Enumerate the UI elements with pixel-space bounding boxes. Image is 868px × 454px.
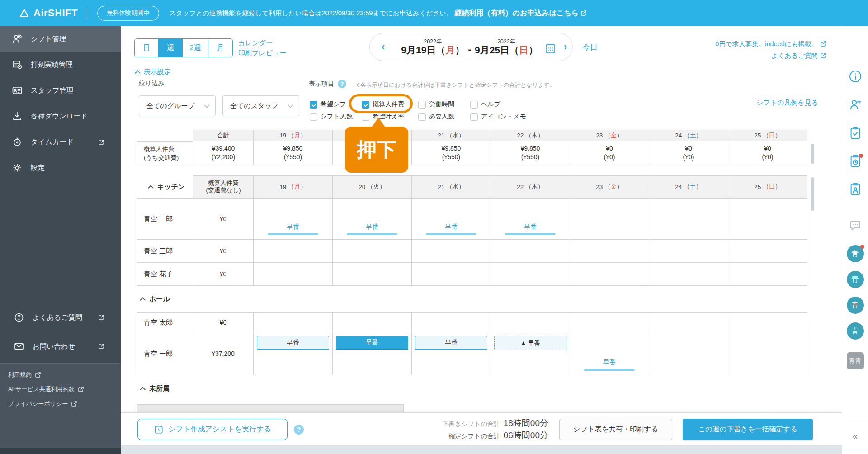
staff-avatar[interactable]: 青 — [847, 245, 864, 262]
prev-week-button[interactable]: ‹ — [377, 41, 389, 53]
shift-chip-request[interactable]: 早番 — [268, 223, 318, 235]
shift-chip-draft[interactable]: 早番 — [415, 336, 487, 350]
display-settings-toggle[interactable]: 表示設定 — [136, 68, 171, 76]
shift-chip-request[interactable]: 早番 — [347, 223, 397, 235]
shift-cell-青空 太郎-25[interactable] — [728, 312, 807, 332]
calendar-link[interactable]: カレンダー — [238, 38, 286, 48]
shift-cell-青空 太郎-19[interactable] — [254, 312, 333, 332]
display-item-checkbox-アイコン・メモ[interactable]: アイコン・メモ — [470, 113, 526, 121]
display-item-checkbox-必要人数[interactable]: 必要人数 — [418, 113, 470, 121]
airshift-logo[interactable]: AirSHIFT — [19, 7, 78, 19]
legal-link-3[interactable]: プライバシーポリシー — [8, 400, 121, 408]
shift-cell-青空 花子-20[interactable] — [333, 263, 412, 286]
view-tab-3[interactable]: 2週 — [183, 39, 208, 57]
shift-cell-青空 花子-21[interactable] — [412, 263, 491, 286]
shift-chip-request[interactable]: 早番 — [584, 359, 634, 371]
legal-link-1[interactable]: 利用規約 — [8, 371, 121, 379]
clipboard-clock-icon[interactable] — [849, 154, 862, 168]
display-item-checkbox-希望シフト[interactable]: 希望シフト — [310, 100, 362, 109]
shift-cell-青空 三郎-19[interactable] — [254, 240, 333, 263]
display-item-checkbox-シフト人数[interactable]: シフト人数 — [310, 113, 362, 121]
shift-cell-青空 三郎-25[interactable] — [728, 240, 807, 263]
staff-avatar[interactable]: 青 — [847, 322, 864, 340]
shift-cell-青空 一郎-19[interactable]: 早番 — [254, 332, 333, 375]
recruit-link[interactable]: 0円で求人募集。indeedにも掲載。 — [715, 38, 826, 50]
shift-cell-青空 二郎-23[interactable] — [570, 198, 649, 240]
shift-cell-青空 二郎-25[interactable] — [728, 198, 807, 240]
print-preview-link[interactable]: 印刷プレビュー — [238, 48, 286, 58]
shift-cell-青空 二郎-21[interactable]: 早番 — [412, 198, 491, 240]
scrollbar-thumb[interactable] — [811, 144, 814, 164]
shift-cell-青空 花子-19[interactable] — [254, 263, 333, 286]
sidebar-item-1[interactable]: シフト管理 — [0, 26, 121, 52]
shift-cell-青空 二郎-24[interactable] — [649, 198, 728, 240]
today-link[interactable]: 今日 — [582, 42, 598, 52]
staff-avatar[interactable]: 青 — [847, 271, 864, 288]
next-week-button[interactable]: › — [559, 41, 571, 53]
help-icon[interactable]: ? — [294, 425, 304, 435]
view-tab-2[interactable]: 週 — [159, 39, 183, 57]
shift-cell-青空 花子-24[interactable] — [649, 263, 728, 286]
shift-chip-confirmed[interactable]: 早番 — [336, 336, 408, 350]
legal-link-2[interactable]: Airサービス共通利用約款 — [8, 385, 121, 393]
display-item-checkbox-労働時間[interactable]: 労働時間 — [418, 100, 470, 109]
shift-cell-青空 一郎-24[interactable] — [649, 332, 728, 375]
shift-cell-青空 二郎-22[interactable]: 早番 — [491, 198, 570, 240]
shift-cell-青空 花子-25[interactable] — [728, 263, 807, 286]
calendar-picker-icon[interactable] — [544, 43, 557, 55]
shift-chip-draft[interactable]: 早番 — [257, 336, 329, 350]
shift-assist-button[interactable]: シフト作成アシストを実行する — [137, 419, 288, 440]
shift-chip-request[interactable]: 早番 — [505, 223, 555, 235]
shift-cell-青空 二郎-19[interactable]: 早番 — [254, 198, 333, 240]
clipboard-person-icon[interactable] — [849, 182, 862, 196]
group-filter-select[interactable]: 全てのグループ — [139, 95, 216, 116]
shift-cell-青空 花子-23[interactable] — [570, 263, 649, 286]
shift-cell-青空 太郎-22[interactable] — [491, 312, 570, 332]
shift-cell-青空 一郎-25[interactable] — [728, 332, 807, 375]
sidebar-item-5[interactable]: タイムカード — [0, 129, 121, 155]
view-tab-4[interactable]: 月 — [208, 39, 232, 57]
shift-cell-青空 三郎-24[interactable] — [649, 240, 728, 263]
shift-cell-青空 三郎-21[interactable] — [412, 240, 491, 263]
share-print-button[interactable]: シフト表を共有・印刷する — [559, 419, 672, 440]
display-item-checkbox-希望叶え率[interactable]: 希望叶え率 — [362, 113, 418, 121]
staff-avatar[interactable]: 青青 — [847, 352, 864, 369]
group-toggle-ホール[interactable]: ホール — [137, 286, 227, 312]
shift-cell-青空 太郎-23[interactable] — [570, 312, 649, 332]
shift-cell-青空 太郎-20[interactable] — [333, 312, 412, 332]
view-tab-1[interactable]: 日 — [135, 39, 159, 57]
sidebar-support-2[interactable]: お問い合わせ — [0, 335, 121, 358]
group-toggle-キッチン[interactable]: キッチン — [137, 175, 193, 198]
info-icon[interactable] — [848, 69, 863, 84]
shift-cell-青空 二郎-20[interactable]: 早番 — [333, 198, 412, 240]
confirm-week-drafts-button[interactable]: この週の下書きを一括確定する — [683, 419, 813, 440]
staff-filter-select[interactable]: 全てのスタッフ — [222, 95, 299, 116]
shift-cell-青空 太郎-21[interactable] — [412, 312, 491, 332]
person-add-icon[interactable] — [849, 98, 862, 111]
shift-cell-青空 花子-22[interactable] — [491, 263, 570, 286]
sidebar-support-1[interactable]: よくあるご質問 — [0, 306, 121, 329]
help-icon[interactable]: ? — [338, 80, 346, 88]
shift-legend-link[interactable]: シフトの凡例を見る — [756, 99, 818, 107]
shift-cell-青空 一郎-20[interactable]: 早番 — [333, 332, 412, 375]
shift-cell-青空 三郎-22[interactable] — [491, 240, 570, 263]
rail-collapse-button[interactable]: « — [853, 431, 858, 441]
shift-cell-青空 一郎-23[interactable]: 早番 — [570, 332, 649, 375]
staff-avatar[interactable]: 青 — [847, 297, 864, 314]
chat-bubble-icon[interactable] — [849, 218, 862, 232]
display-item-checkbox-ヘルプ[interactable]: ヘルプ — [470, 100, 500, 109]
sidebar-item-2[interactable]: 打刻実績管理 — [0, 52, 121, 78]
shift-cell-青空 三郎-23[interactable] — [570, 240, 649, 263]
shift-cell-青空 三郎-20[interactable] — [333, 240, 412, 263]
display-item-checkbox-概算人件費[interactable]: 概算人件費 — [362, 100, 418, 109]
shift-cell-青空 一郎-22[interactable]: ▲ 早番 — [491, 332, 570, 375]
sidebar-item-3[interactable]: スタッフ管理 — [0, 78, 121, 104]
faq-link[interactable]: よくあるご質問 — [715, 50, 826, 61]
renewal-link[interactable]: 継続利用（有料）のお申込みはこちら — [455, 9, 587, 18]
shift-chip-dashed[interactable]: ▲ 早番 — [494, 336, 566, 350]
sidebar-item-4[interactable]: 各種ダウンロード — [0, 104, 121, 129]
shift-cell-青空 一郎-21[interactable]: 早番 — [412, 332, 491, 375]
shift-cell-青空 太郎-24[interactable] — [649, 312, 728, 332]
group-toggle-未所属[interactable]: 未所属 — [137, 375, 227, 402]
scrollbar-thumb[interactable] — [811, 177, 814, 211]
